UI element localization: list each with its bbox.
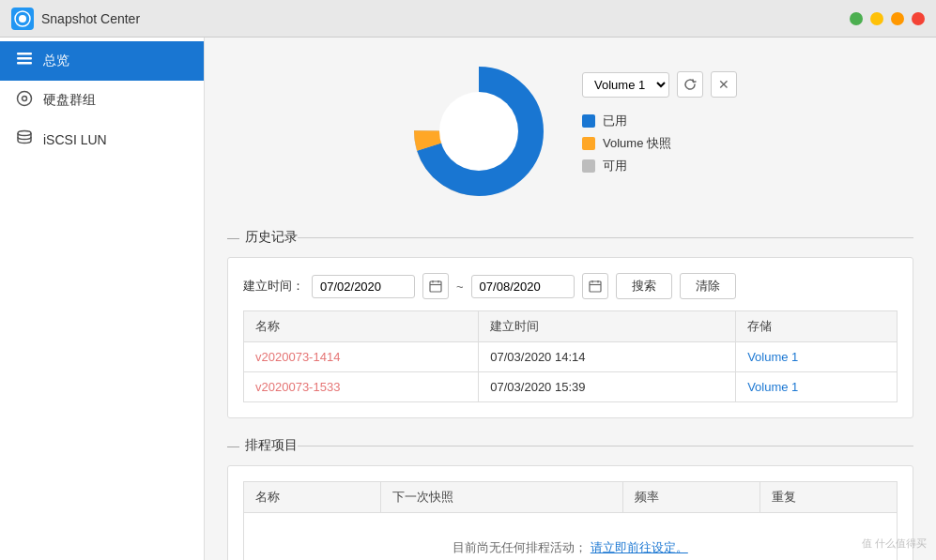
- svg-point-6: [23, 97, 27, 101]
- snapshot-time: 07/03/2020 14:14: [479, 342, 736, 372]
- schedule-empty-row: 目前尚无任何排程活动； 请立即前往设定。: [244, 513, 898, 561]
- svg-rect-2: [17, 53, 32, 55]
- volume-select[interactable]: Volume 1: [582, 72, 669, 98]
- sidebar-item-diskgroup[interactable]: 硬盘群组: [0, 81, 204, 120]
- legend-used-label: 已用: [603, 113, 627, 129]
- svg-rect-16: [590, 281, 601, 292]
- schedule-divider-line: [298, 446, 913, 446]
- sidebar-diskgroup-label: 硬盘群组: [43, 92, 96, 109]
- diskgroup-icon: [15, 90, 34, 111]
- table-row: v2020073-1414 07/03/2020 14:14 Volume 1: [244, 342, 898, 372]
- sidebar-iscsi-label: iSCSI LUN: [43, 132, 107, 147]
- schedule-header: — 排程项目: [227, 437, 913, 454]
- minimize-btn[interactable]: [870, 12, 883, 25]
- history-table: 名称 建立时间 存储 v2020073-1414 07/03/2020 14:1…: [243, 310, 898, 402]
- schedule-title: 排程项目: [245, 437, 298, 454]
- svg-point-7: [18, 131, 31, 136]
- calendar-to-btn[interactable]: [582, 273, 608, 299]
- volume-selector-row: Volume 1 ✕: [582, 71, 737, 98]
- clear-button[interactable]: 清除: [680, 273, 736, 299]
- restore-btn[interactable]: [891, 12, 904, 25]
- volume-link[interactable]: Volume 1: [747, 350, 798, 364]
- close-btn[interactable]: [912, 12, 925, 25]
- app-title: Snapshot Center: [41, 11, 140, 26]
- legend-snapshot-dot: [582, 137, 595, 150]
- legend-available: 可用: [582, 158, 737, 174]
- sched-col-name: 名称: [244, 482, 381, 513]
- history-section: — 历史记录 建立时间：: [227, 229, 913, 418]
- sidebar-overview-label: 总览: [43, 53, 69, 69]
- svg-point-11: [439, 92, 518, 171]
- sidebar-item-iscsi[interactable]: iSCSI LUN: [0, 120, 204, 159]
- refresh-btn[interactable]: [677, 71, 703, 98]
- svg-rect-12: [430, 281, 441, 292]
- section-divider-line: [298, 237, 913, 238]
- snapshot-time: 07/03/2020 15:39: [479, 372, 736, 402]
- volume-link[interactable]: Volume 1: [747, 380, 798, 394]
- donut-chart: [404, 56, 554, 206]
- setup-link[interactable]: 请立即前往设定。: [591, 540, 688, 554]
- top-area: Volume 1 ✕ 已用: [227, 56, 913, 206]
- overview-icon: [15, 51, 34, 71]
- legend-available-label: 可用: [603, 158, 627, 174]
- filter-row: 建立时间： ~: [243, 273, 898, 299]
- svg-rect-4: [17, 62, 32, 65]
- table-row: v2020073-1533 07/03/2020 15:39 Volume 1: [244, 372, 898, 402]
- svg-point-1: [19, 15, 26, 23]
- filter-label: 建立时间：: [243, 278, 304, 295]
- col-time: 建立时间: [479, 311, 736, 342]
- close-volume-btn[interactable]: ✕: [711, 71, 737, 98]
- sched-col-next: 下一次快照: [381, 482, 623, 513]
- legend: 已用 Volume 快照 可用: [582, 113, 737, 174]
- calendar-from-btn[interactable]: [422, 273, 449, 299]
- snapshot-name-link[interactable]: v2020073-1414: [255, 350, 340, 364]
- svg-point-5: [18, 92, 32, 106]
- svg-rect-3: [17, 57, 32, 60]
- sched-col-repeat: 重复: [760, 482, 897, 513]
- schedule-content: 名称 下一次快照 频率 重复 目前尚无任何排程活动； 请立即前往设定。: [227, 465, 913, 560]
- schedule-table: 名称 下一次快照 频率 重复 目前尚无任何排程活动； 请立即前往设定。: [243, 481, 898, 560]
- schedule-table-header: 名称 下一次快照 频率 重复: [244, 482, 898, 513]
- col-storage: 存储: [736, 311, 898, 342]
- legend-available-dot: [582, 159, 595, 173]
- app-body: 总览 硬盘群组 iSCSI LUN: [0, 38, 936, 560]
- main-content: Volume 1 ✕ 已用: [205, 38, 936, 560]
- schedule-empty-msg: 目前尚无任何排程活动； 请立即前往设定。: [255, 521, 885, 560]
- app-icon: [11, 8, 34, 30]
- snapshot-name-link[interactable]: v2020073-1533: [255, 380, 340, 394]
- legend-snapshot-label: Volume 快照: [603, 135, 671, 152]
- date-to-input[interactable]: [471, 275, 575, 298]
- history-content: 建立时间： ~: [227, 257, 913, 418]
- sidebar-item-overview[interactable]: 总览: [0, 41, 204, 81]
- date-from-input[interactable]: [312, 275, 415, 298]
- legend-used-dot: [582, 114, 595, 128]
- sched-col-freq: 频率: [622, 482, 760, 513]
- maximize-btn[interactable]: [850, 12, 863, 25]
- sidebar: 总览 硬盘群组 iSCSI LUN: [0, 38, 205, 560]
- empty-text: 目前尚无任何排程活动；: [453, 540, 587, 554]
- history-table-header: 名称 建立时间 存储: [244, 311, 898, 342]
- legend-used: 已用: [582, 113, 737, 129]
- search-button[interactable]: 搜索: [616, 273, 672, 299]
- range-separator: ~: [456, 280, 464, 294]
- title-bar: Snapshot Center: [0, 0, 936, 38]
- iscsi-icon: [15, 129, 34, 150]
- history-title: 历史记录: [245, 229, 298, 246]
- schedule-section: — 排程项目 名称 下一次快照 频率 重复: [227, 437, 913, 560]
- legend-snapshot: Volume 快照: [582, 135, 737, 152]
- window-controls: [850, 12, 925, 25]
- col-name: 名称: [244, 311, 479, 342]
- history-header: — 历史记录: [227, 229, 913, 246]
